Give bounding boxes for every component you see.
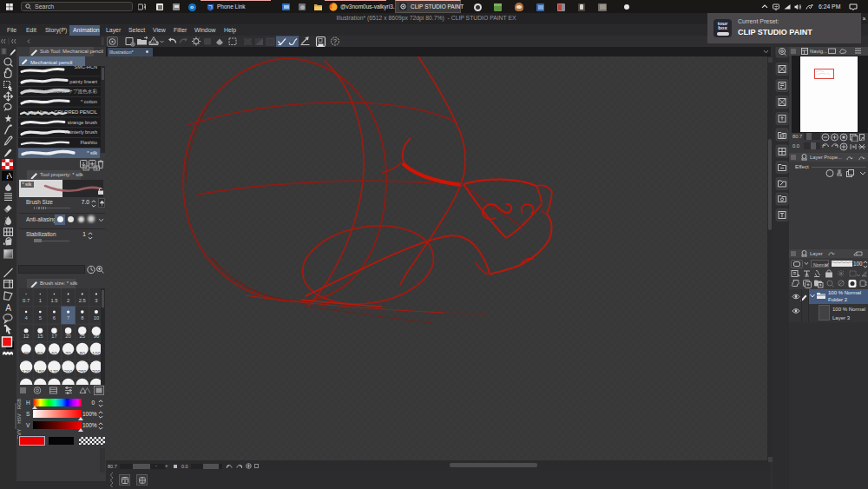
svg-text:Painterly brush: Painterly brush xyxy=(65,129,97,135)
svg-text:1.5: 1.5 xyxy=(50,298,57,303)
svg-text:10: 10 xyxy=(94,315,99,320)
svg-text:0.7: 0.7 xyxy=(23,298,30,303)
svg-text:SMC-HCN: SMC-HCN xyxy=(75,66,97,69)
svg-text:200: 200 xyxy=(64,369,73,374)
svg-text:2: 2 xyxy=(67,298,69,303)
svg-text:painty lineart: painty lineart xyxy=(69,79,97,84)
svg-text:* cotton: * cotton xyxy=(81,99,97,104)
svg-text:120: 120 xyxy=(22,369,30,374)
svg-text:5: 5 xyxy=(39,315,42,320)
svg-text:* silk: * silk xyxy=(87,150,97,155)
svg-text:17: 17 xyxy=(51,334,56,339)
svg-text:3: 3 xyxy=(95,298,97,303)
svg-text:2.5: 2.5 xyxy=(79,298,86,303)
svg-text:Flashito: Flashito xyxy=(80,140,97,145)
svg-text:A: A xyxy=(5,303,11,313)
svg-text:150: 150 xyxy=(36,369,44,374)
svg-text:aged line ... COLORED PENCIL: aged line ... COLORED PENCIL xyxy=(28,109,97,115)
svg-text:ΔWatercolor10/サブ混色水彩: ΔWatercolor10/サブ混色水彩 xyxy=(35,89,98,95)
svg-text:8: 8 xyxy=(81,315,83,320)
svg-text:50: 50 xyxy=(37,351,43,356)
svg-text:6: 6 xyxy=(53,315,56,320)
svg-text:20: 20 xyxy=(65,334,70,339)
svg-text:80: 80 xyxy=(80,351,85,356)
svg-text:25: 25 xyxy=(80,334,85,339)
svg-text:100: 100 xyxy=(92,351,101,356)
svg-text:40: 40 xyxy=(23,351,29,356)
svg-text:1: 1 xyxy=(39,298,42,303)
svg-text:250: 250 xyxy=(78,369,87,374)
svg-text:12: 12 xyxy=(23,334,29,339)
svg-text:strange brush: strange brush xyxy=(68,120,97,125)
svg-text:15: 15 xyxy=(37,334,43,339)
svg-text:300: 300 xyxy=(92,369,101,374)
svg-text:?: ? xyxy=(333,38,337,44)
svg-text:7: 7 xyxy=(67,315,69,320)
svg-text:60: 60 xyxy=(51,351,56,356)
svg-text:30: 30 xyxy=(94,334,99,339)
svg-text:170: 170 xyxy=(50,369,59,374)
svg-text:70: 70 xyxy=(65,351,70,356)
